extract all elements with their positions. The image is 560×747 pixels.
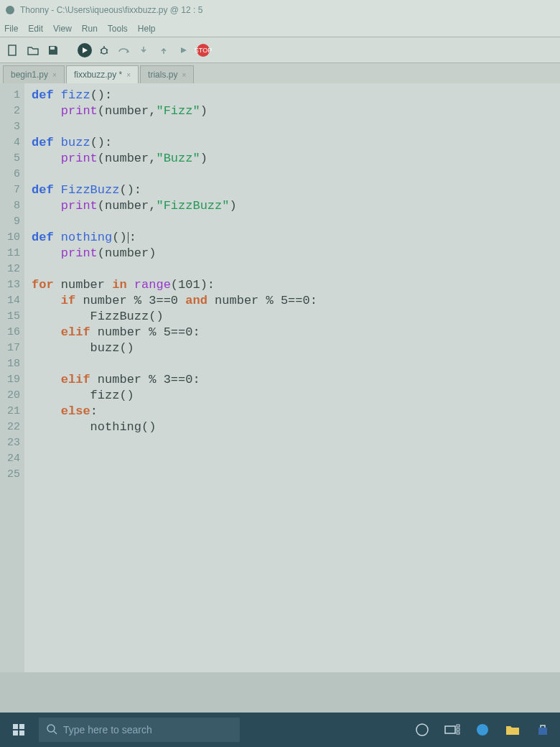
svg-rect-10 [445,726,455,733]
svg-rect-6 [13,730,18,736]
svg-rect-7 [19,730,24,736]
explorer-icon[interactable] [504,721,521,738]
store-icon[interactable] [534,721,551,738]
editor-tab-bar: begin1.py × fixxbuzz.py * × trials.py × [0,63,560,83]
svg-point-0 [6,6,14,14]
menu-tools[interactable]: Tools [108,24,128,34]
menu-view[interactable]: View [53,24,72,34]
cursor-position: 12 : 5 [181,5,202,15]
stop-icon[interactable]: STOP [197,44,210,57]
step-out-icon[interactable] [157,43,171,57]
menu-file[interactable]: File [4,24,18,34]
svg-point-14 [477,724,488,736]
tab-fixxbuzz[interactable]: fixxbuzz.py * × [66,65,139,83]
taskbar-search[interactable] [39,718,240,742]
tab-trials[interactable]: trials.py × [140,65,194,83]
start-icon[interactable] [9,720,29,740]
svg-rect-1 [9,45,16,55]
app-name: Thonny [20,5,49,15]
tab-begin1[interactable]: begin1.py × [3,65,65,83]
close-icon[interactable]: × [52,71,57,79]
open-file-icon[interactable] [26,43,40,57]
new-file-icon[interactable] [6,43,20,57]
window-title-bar: Thonny - C:\Users\iqueous\fixxbuzz.py @ … [0,0,560,20]
debug-icon[interactable] [98,44,111,57]
menu-help[interactable]: Help [138,24,156,34]
svg-rect-12 [457,728,459,730]
svg-point-3 [101,48,107,54]
edge-icon[interactable] [474,721,491,738]
toolbar: STOP [0,37,560,63]
search-input[interactable] [63,724,233,736]
step-into-icon[interactable] [136,43,151,57]
task-view-icon[interactable] [444,721,461,738]
svg-rect-5 [19,724,24,729]
menu-run[interactable]: Run [82,24,98,34]
menu-bar: File Edit View Run Tools Help [0,20,560,37]
close-icon[interactable]: × [182,71,186,79]
svg-rect-4 [13,724,18,729]
run-icon[interactable] [78,43,92,57]
line-gutter: 1234567891011121314151617181920212223242… [0,83,24,672]
code-area[interactable]: def fizz(): print(number,"Fizz") def buz… [24,83,560,672]
cortana-icon[interactable] [414,721,431,738]
file-path: C:\Users\iqueous\fixxbuzz.py [57,5,168,15]
svg-rect-13 [457,732,459,734]
svg-point-8 [47,725,55,732]
resume-icon[interactable] [177,43,191,57]
step-over-icon[interactable] [116,43,131,57]
save-icon[interactable] [46,43,60,57]
app-icon [4,4,16,16]
taskbar-tray [414,721,551,738]
svg-point-9 [416,724,428,736]
search-icon [46,723,57,737]
menu-edit[interactable]: Edit [28,24,43,34]
close-icon[interactable]: × [126,71,131,79]
svg-rect-11 [457,725,459,727]
windows-taskbar [0,713,560,747]
svg-rect-2 [50,47,55,50]
code-editor[interactable]: 1234567891011121314151617181920212223242… [0,83,560,672]
